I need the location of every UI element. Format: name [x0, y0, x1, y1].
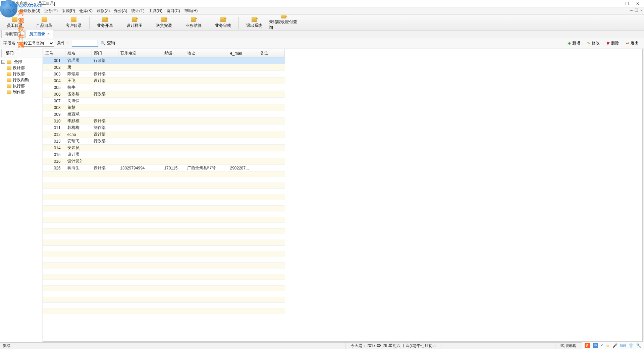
menu-5[interactable]: 账款(Z) [97, 8, 110, 14]
ime-emoji-icon[interactable]: ☺ [606, 343, 610, 348]
tree-root[interactable]: – 全部 设计部行政部行政内勤执行部制作部 [1, 59, 41, 95]
table-row[interactable]: 009姚西斌 [43, 111, 285, 118]
close-button[interactable]: ✕ [635, 1, 640, 6]
toolbar-业务结算[interactable]: 业务结算 [179, 15, 208, 31]
menu-9[interactable]: 窗口(C) [166, 8, 180, 14]
col-联系电话[interactable]: 联系电话 [118, 49, 162, 57]
ime-mic-icon[interactable]: 🎤 [612, 343, 618, 348]
exit-icon: ↩ [626, 41, 629, 46]
menu-3[interactable]: 采购(P) [62, 8, 75, 14]
col-地址[interactable]: 地址 [185, 49, 228, 57]
mdi-minimize[interactable]: – [630, 8, 633, 13]
cell [162, 84, 185, 91]
toolbar-业务开单[interactable]: 业务开单 [90, 15, 120, 31]
table-row[interactable]: 001管理员行政部 [43, 57, 285, 64]
tree-node-设计部[interactable]: 设计部 [7, 65, 41, 71]
cell [162, 138, 185, 145]
cell [162, 91, 185, 98]
collapse-icon[interactable]: – [1, 60, 5, 64]
cell: 拉牛 [65, 84, 92, 91]
cell [162, 118, 185, 124]
tree-node-制作部[interactable]: 制作部 [7, 89, 41, 95]
table-row-empty [43, 240, 285, 246]
cell: 制作部 [92, 124, 118, 131]
table-row[interactable]: 002唐 [43, 64, 285, 71]
col-邮编[interactable]: 邮编 [162, 49, 185, 57]
table-row[interactable]: 011韩梅梅制作部 [43, 124, 285, 131]
table-row[interactable]: 015设计员 [43, 151, 285, 158]
menu-0[interactable]: 系统(S) [2, 8, 15, 14]
cell: 008 [43, 104, 65, 111]
mdi-restore[interactable]: ❐ [635, 8, 638, 13]
menu-1[interactable]: 基础数据(J) [19, 8, 40, 14]
cell: 行政部 [92, 91, 118, 98]
tab-员工目录[interactable]: 员工目录× [25, 30, 53, 38]
mdi-close[interactable]: × [640, 8, 643, 13]
menu-6[interactable]: 办公(A) [114, 8, 127, 14]
table-row[interactable]: 008董慧 [43, 104, 285, 111]
tree-tab[interactable]: 部门 [1, 49, 18, 57]
toolbar-label: 业务开单 [97, 23, 113, 29]
table-row[interactable]: 006伍依黎行政部 [43, 91, 285, 98]
sogou-icon[interactable]: S [585, 343, 590, 348]
exit-button[interactable]: ↩退出 [624, 40, 641, 47]
ime-zhong-icon[interactable]: 中 [593, 343, 598, 348]
minimize-button[interactable]: — [614, 1, 619, 6]
toolbar-员工目录[interactable]: 员工目录 [0, 15, 30, 31]
delete-button[interactable]: ✖删除 [604, 40, 621, 47]
toolbar-未结应收应付查询[interactable]: 未结应收应付查询 [269, 15, 299, 31]
toolbar-业务审核[interactable]: 业务审核 [208, 15, 238, 31]
employee-grid[interactable]: 工号姓名部门联系电话邮编地址e_mail备注 001管理员行政部002唐003陈… [43, 49, 643, 342]
table-row[interactable]: 004王飞设计部 [43, 78, 285, 84]
toolbar-客户目录[interactable]: 客户目录 [59, 15, 89, 31]
ime-keyboard-icon[interactable]: ⌨ [620, 343, 626, 348]
cell: 唐 [65, 64, 92, 71]
menu-8[interactable]: 工具(G) [149, 8, 162, 14]
table-row[interactable]: 014安装员 [43, 145, 285, 151]
tree-node-行政内勤[interactable]: 行政内勤 [7, 77, 41, 83]
menu-7[interactable]: 统计(T) [131, 8, 144, 14]
col-部门[interactable]: 部门 [92, 49, 118, 57]
ime-person-icon[interactable]: 👕 [629, 343, 634, 348]
table-row[interactable]: 010李默模设计部 [43, 118, 285, 124]
cell [118, 78, 162, 84]
toolbar-设计样图[interactable]: 设计样图 [120, 15, 149, 31]
tab-close-icon[interactable]: × [47, 32, 50, 36]
cell: 014 [43, 145, 65, 151]
menu-4[interactable]: 仓库(K) [79, 8, 93, 14]
toolbar-退出系统[interactable]: 退出系统 [239, 15, 269, 31]
table-row[interactable]: 016设计员2 [43, 158, 285, 165]
menu-10[interactable]: 帮助(H) [184, 8, 198, 14]
table-row[interactable]: 007周道保 [43, 98, 285, 104]
table-row[interactable]: 003陈锡娟设计部 [43, 71, 285, 78]
menu-2[interactable]: 业务(Y) [44, 8, 58, 14]
new-button[interactable]: ✚新增 [566, 40, 582, 47]
col-姓名[interactable]: 姓名 [65, 49, 92, 57]
cell: 004 [43, 78, 65, 84]
col-工号[interactable]: 工号 [43, 49, 65, 57]
cell: 伍依黎 [65, 91, 92, 98]
col-备注[interactable]: 备注 [258, 49, 285, 57]
table-row[interactable]: 012echo设计部 [43, 131, 285, 138]
table-row[interactable]: 026蒋海生设计部13829794994170115广西全州县57号290228… [43, 165, 285, 171]
tree-node-行政部[interactable]: 行政部 [7, 71, 41, 77]
ime-settings-icon[interactable]: 🔧 [636, 343, 641, 348]
toolbar-产品目录[interactable]: 产品目录 [30, 15, 59, 31]
ime-punct-icon[interactable]: •ꞌ [601, 343, 603, 348]
table-row[interactable]: 013安瑞飞行政部 [43, 138, 285, 145]
tree-node-执行部[interactable]: 执行部 [7, 83, 41, 89]
col-e_mail[interactable]: e_mail [228, 49, 258, 57]
toolbar-送货安装[interactable]: 送货安装 [149, 15, 179, 31]
main-area: 部门 – 全部 设计部行政部行政内勤执行部制作部 工号姓名部门联系电话邮编地址e… [0, 48, 644, 342]
condition-input[interactable] [72, 40, 98, 47]
table-row[interactable]: 005拉牛 [43, 84, 285, 91]
cell [258, 131, 285, 138]
maximize-button[interactable]: ☐ [625, 1, 629, 6]
tab-导航窗口[interactable]: 导航窗口 [1, 30, 25, 38]
edit-button[interactable]: ✎修改 [585, 40, 602, 47]
query-button[interactable]: 🔍 查询 [101, 40, 115, 46]
cell [185, 64, 228, 71]
field-select[interactable]: 按工号查询 [22, 40, 54, 47]
table-row-empty [43, 268, 285, 274]
cell [228, 158, 258, 165]
